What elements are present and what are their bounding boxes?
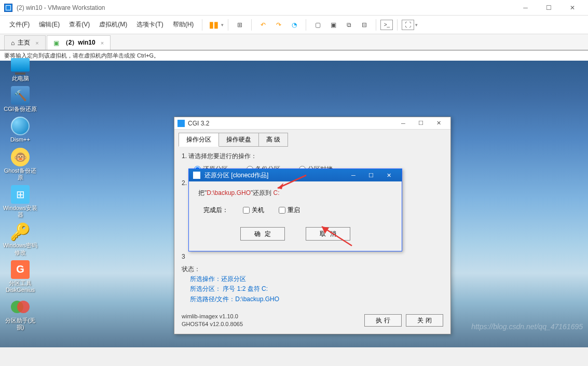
desktop-icon-partassist[interactable]: 分区助手(无损) xyxy=(2,298,38,331)
step1-label: 1. 请选择您要进行的操作： xyxy=(182,152,443,161)
cancel-button[interactable]: 取消 xyxy=(306,227,350,241)
tab-advanced[interactable]: 高 级 xyxy=(258,133,288,147)
vm-desktop[interactable]: ↖ 此电脑 🔨CGI备份还原 Dism++ 🐵Ghost备份还原 ⊞Window… xyxy=(0,50,588,347)
vmware-titlebar: (2) win10 - VMware Workstation ─ ☐ ✕ xyxy=(0,0,588,16)
tab-partition[interactable]: 操作分区 xyxy=(179,133,219,147)
close-button[interactable]: 关 闭 xyxy=(406,314,443,327)
desktop-icon-pc[interactable]: 此电脑 xyxy=(2,55,38,82)
menu-view[interactable]: 查看(V) xyxy=(65,18,94,31)
menu-help[interactable]: 帮助(H) xyxy=(169,18,198,31)
close-button[interactable]: ✕ xyxy=(380,170,398,181)
close-icon[interactable]: × xyxy=(35,40,38,46)
home-icon: ⌂ xyxy=(11,39,15,47)
pause-icon[interactable]: ▮▮ xyxy=(207,18,221,32)
desktop-icon-cgi[interactable]: 🔨CGI备份还原 xyxy=(2,86,38,112)
minimize-button[interactable]: ─ xyxy=(345,170,362,181)
maximize-button[interactable]: ☐ xyxy=(362,170,380,181)
vmware-menubar: 文件(F) 编辑(E) 查看(V) 虚拟机(M) 选项卡(T) 帮助(H) ▮▮… xyxy=(0,16,588,34)
minimize-button[interactable]: ─ xyxy=(394,118,412,129)
app-icon xyxy=(193,172,200,179)
execute-button[interactable]: 执 行 xyxy=(364,314,402,327)
ok-button[interactable]: 确定 xyxy=(240,227,285,241)
tab-home[interactable]: ⌂ 主页 × xyxy=(4,35,46,50)
vm-icon: ▣ xyxy=(53,39,59,47)
menu-file[interactable]: 文件(F) xyxy=(5,18,34,31)
vmware-logo-icon xyxy=(4,4,12,12)
checkbox-reboot[interactable]: 重启 xyxy=(279,206,300,215)
close-icon[interactable]: × xyxy=(101,40,104,46)
step3-prefix: 3 xyxy=(182,253,185,260)
clock-fwd-icon[interactable]: ↷ xyxy=(271,18,286,32)
vmware-tabs: ⌂ 主页 × ▣ （2）win10 × xyxy=(0,34,588,50)
checkbox-shutdown[interactable]: 关机 xyxy=(243,206,264,215)
status-label: 状态： xyxy=(182,264,443,274)
tab-vm-label: （2）win10 xyxy=(62,38,95,47)
view-thumb-icon[interactable]: ⊟ xyxy=(357,18,372,32)
fullscreen-icon[interactable]: ⛶ xyxy=(402,20,414,30)
menu-vm[interactable]: 虚拟机(M) xyxy=(95,18,131,31)
maximize-button[interactable]: ☐ xyxy=(412,118,430,129)
window-title: (2) win10 - VMware Workstation xyxy=(17,4,514,11)
desktop-icon-dism[interactable]: Dism++ xyxy=(2,117,38,143)
app-icon xyxy=(177,120,185,127)
cgi-tabs: 操作分区 操作硬盘 高 级 xyxy=(174,130,450,147)
console-icon[interactable]: >_ xyxy=(380,20,393,30)
maximize-button[interactable]: ☐ xyxy=(537,0,560,16)
status-part: 所选分区： 序号 1:2 盘符 C: xyxy=(190,284,443,294)
clock-back-icon[interactable]: ↶ xyxy=(256,18,270,32)
view-unity-icon[interactable]: ⧉ xyxy=(341,18,356,32)
after-label: 完成后： xyxy=(203,206,228,215)
menu-tabs[interactable]: 选项卡(T) xyxy=(132,18,167,31)
view-split-icon[interactable]: ▣ xyxy=(326,18,340,32)
status-path: 所选路径/文件：D:\backup.GHO xyxy=(190,294,443,304)
desktop-icon-ghost[interactable]: 🐵Ghost备份还原 xyxy=(2,148,38,181)
desktop-icons: 此电脑 🔨CGI备份还原 Dism++ 🐵Ghost备份还原 ⊞Windows安… xyxy=(2,55,38,331)
restore-title: 还原分区 [clonecd作品] xyxy=(204,171,345,180)
close-button[interactable]: ✕ xyxy=(560,0,584,16)
tab-disk[interactable]: 操作硬盘 xyxy=(218,133,259,147)
tab-vm[interactable]: ▣ （2）win10 × xyxy=(47,35,111,50)
tab-home-label: 主页 xyxy=(18,38,30,47)
restore-dialog: 还原分区 [clonecd作品] ─ ☐ ✕ 把"D:\backup.GHO"还… xyxy=(188,168,402,251)
status-op: 所选操作：还原分区 xyxy=(190,274,443,284)
close-button[interactable]: ✕ xyxy=(430,118,447,129)
cgi-titlebar[interactable]: CGI 3.2 ─ ☐ ✕ xyxy=(174,117,450,130)
desktop-icon-diskgenius[interactable]: G分区工具 DiskGenius xyxy=(2,260,38,293)
desktop-icon-wininst[interactable]: ⊞Windows安装器 xyxy=(2,185,38,218)
snapshot-icon[interactable]: ⊞ xyxy=(233,18,247,32)
desktop-icon-winpass[interactable]: 🔑Windows密码修改 xyxy=(2,222,38,256)
clock-manage-icon[interactable]: ◔ xyxy=(287,18,302,32)
cgi-title: CGI 3.2 xyxy=(188,120,394,127)
version-info: wimlib-imagex v1.10.0 GHOST64 v12.0.0.80… xyxy=(182,313,360,329)
restore-titlebar[interactable]: 还原分区 [clonecd作品] ─ ☐ ✕ xyxy=(189,169,402,181)
vmware-statusbar: 要将输入定向到该虚拟机，请在虚拟机内部单击或按 Ctrl+G。 xyxy=(0,50,588,61)
restore-message: 把"D:\backup.GHO"还原到 C: xyxy=(198,189,392,198)
menu-edit[interactable]: 编辑(E) xyxy=(35,18,64,31)
minimize-button[interactable]: ─ xyxy=(514,0,537,16)
watermark: https://blog.csdn.net/qq_47161695 xyxy=(471,322,583,331)
view-single-icon[interactable]: ▢ xyxy=(310,18,325,32)
